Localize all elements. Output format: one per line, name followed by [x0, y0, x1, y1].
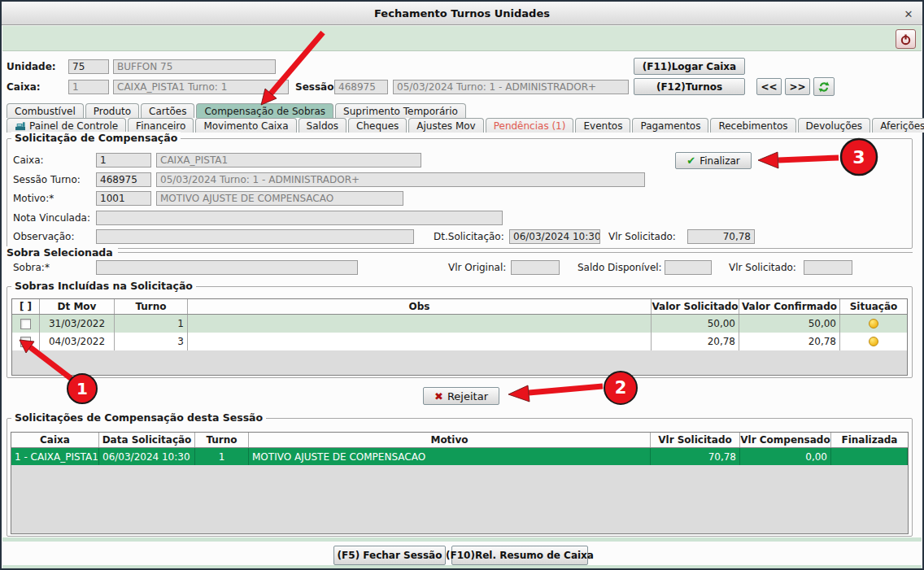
caixa-code-field[interactable]: 1 — [68, 80, 109, 94]
refresh-button[interactable] — [813, 77, 835, 96]
sobras-legend: Sobras Incluídas na Solicitação — [11, 280, 196, 292]
tab-pendencias[interactable]: Pendências (1) — [486, 118, 574, 133]
solicitacao-caixa-name-field[interactable]: CAIXA_PISTA1 — [156, 153, 421, 168]
sobras-table: [ ] Dt Mov Turno Obs Valor Solicitado Va… — [11, 298, 908, 376]
dt-solicitacao-label: Dt.Solicitação: — [434, 231, 504, 242]
solicitacao-caixa-label: Caixa: — [13, 154, 44, 166]
observacao-field[interactable] — [96, 229, 414, 244]
unidade-code-field[interactable]: 75 — [68, 59, 109, 74]
solicitacao-caixa-code-field[interactable]: 1 — [96, 153, 151, 168]
observacao-label: Observação: — [13, 231, 74, 242]
sessao-code-field[interactable]: 468975 — [334, 80, 388, 94]
sessao-turno-label: Sessão Turno: — [13, 174, 81, 185]
tab-movimento-caixa[interactable]: Movimento Caixa — [195, 118, 296, 133]
prev-session-button[interactable]: << — [756, 78, 782, 95]
sessao-label: Sessão: — [295, 81, 338, 93]
saldo-disponivel-label: Saldo Disponível: — [578, 262, 662, 273]
svg-text:1: 1 — [76, 379, 88, 398]
close-icon[interactable]: ✕ — [902, 7, 915, 20]
step1-badge: 1 — [68, 374, 97, 403]
row2-checkbox[interactable] — [20, 337, 31, 347]
tab-cartoes[interactable]: Cartões — [141, 103, 194, 118]
caixa-name-field[interactable]: CAIXA_PISTA1 Turno: 1 — [113, 80, 289, 94]
nota-vinculada-field[interactable] — [96, 211, 503, 225]
motivo-label: Motivo:* — [13, 193, 54, 204]
tab-recebimentos[interactable]: Recebimentos — [710, 118, 795, 133]
col-dt-mov: Dt Mov — [40, 299, 115, 314]
rejeitar-button[interactable]: ✖ Rejeitar — [423, 387, 499, 405]
motivo-code-field[interactable]: 1001 — [96, 191, 151, 206]
next-session-button[interactable]: >> — [785, 78, 810, 95]
vlr-solicitado-field[interactable]: 70,78 — [687, 229, 755, 244]
col-check: [ ] — [12, 299, 40, 314]
yellow-status-dot — [869, 319, 878, 329]
tab-combustivel[interactable]: Combustível — [7, 103, 84, 118]
sessao-table-empty-area — [11, 465, 908, 533]
power-icon — [900, 33, 912, 46]
tab-ajustes-mov[interactable]: Ajustes Mov — [408, 118, 483, 133]
tab-row-secondary: Painel de Controle Financeiro Movimento … — [7, 118, 924, 133]
tab-suprimento-temporario[interactable]: Suprimento Temporário — [335, 103, 466, 118]
window-title: Fechamento Turnos Unidades — [374, 7, 550, 20]
col-valor-confirmado: Valor Confirmado — [739, 299, 840, 314]
col2-data: Data Solicitação — [99, 433, 195, 447]
sobras-table-header: [ ] Dt Mov Turno Obs Valor Solicitado Va… — [12, 299, 907, 315]
turnos-button[interactable]: (F12)Turnos — [634, 78, 745, 95]
col2-motivo: Motivo — [249, 433, 651, 447]
sobras-row-1[interactable]: 31/03/2022 1 50,00 50,00 — [12, 315, 907, 333]
caixa-label: Caixa: — [7, 81, 41, 93]
tab-compensacao-de-sobras[interactable]: Compensação de Sobras — [196, 103, 333, 118]
dt-solicitacao-field[interactable]: 06/03/2024 10:30 — [509, 229, 600, 244]
footer-strip-bottom — [2, 565, 922, 568]
col2-vlr-compensado: Vlr Compensado — [740, 433, 831, 447]
tab-painel-de-controle[interactable]: Painel de Controle — [7, 118, 126, 133]
tab-row-main: Combustível Produto Cartões Compensação … — [7, 103, 468, 118]
tab-devolucoes[interactable]: Devoluções — [798, 118, 871, 133]
col-situacao: Situação — [840, 299, 907, 314]
sobra-field[interactable] — [96, 260, 358, 275]
vlr-solicitado-label: Vlr Solicitado: — [608, 231, 676, 242]
tab-eventos[interactable]: Eventos — [575, 118, 630, 133]
svg-text:2: 2 — [615, 378, 627, 398]
yellow-status-dot — [869, 337, 878, 346]
tab-afericoes-consumo[interactable]: Aferições/Consumo — [872, 118, 924, 133]
toolbar — [2, 25, 922, 51]
row1-checkbox[interactable] — [20, 319, 31, 329]
sobra-label: Sobra:* — [13, 262, 50, 273]
tab-produto[interactable]: Produto — [85, 103, 139, 118]
tab-saldos[interactable]: Saldos — [299, 118, 347, 133]
sobras-row-2[interactable]: 04/03/2022 3 20,78 20,78 — [12, 333, 907, 350]
power-button[interactable] — [896, 29, 916, 49]
tab-cheques[interactable]: Cheques — [348, 118, 407, 133]
logar-caixa-button[interactable]: (F11)Logar Caixa — [634, 58, 745, 75]
saldo-disponivel-field[interactable] — [665, 260, 712, 275]
col2-finalizada: Finalizada — [831, 433, 908, 447]
vlr-solicitado2-field[interactable] — [804, 260, 852, 275]
sessao-row-selected[interactable]: 1 - CAIXA_PISTA1 06/03/2024 10:30 1 MOTI… — [11, 448, 908, 465]
sessao-table-legend: Solicitações de Compensação desta Sessão — [11, 411, 266, 424]
title-bar: Fechamento Turnos Unidades ✕ — [2, 2, 922, 25]
footer-strip-top — [2, 537, 922, 542]
sessao-turno-code-field[interactable]: 468975 — [96, 172, 151, 187]
vlr-solicitado2-label: Vlr Solicitado: — [729, 262, 796, 273]
check-icon: ✔ — [686, 154, 695, 167]
col-turno: Turno — [115, 299, 188, 314]
motivo-desc-field[interactable]: MOTIVO AJUSTE DE COMPENSACAO — [156, 191, 403, 206]
fechar-sessao-button[interactable]: (F5) Fechar Sessão — [333, 546, 446, 565]
step2-arrow — [508, 385, 603, 402]
resumo-caixa-button[interactable]: (F10)Rel. Resumo de Caixa — [451, 546, 588, 565]
tab-pagamentos[interactable]: Pagamentos — [632, 118, 708, 133]
col2-caixa: Caixa — [11, 433, 99, 447]
sessao-turno-desc-field[interactable]: 05/03/2024 Turno: 1 - ADMINISTRADOR+ — [156, 172, 645, 187]
tab-financeiro[interactable]: Financeiro — [128, 118, 194, 133]
sessao-table: Caixa Data Solicitação Turno Motivo Vlr … — [11, 432, 909, 534]
col-valor-solicitado: Valor Solicitado — [652, 299, 739, 314]
sobras-table-empty-area — [12, 350, 907, 375]
vlr-original-field[interactable] — [511, 260, 560, 275]
sessao-table-header: Caixa Data Solicitação Turno Motivo Vlr … — [11, 433, 908, 448]
nota-vinculada-label: Nota Vinculada: — [13, 212, 90, 224]
unidade-name-field[interactable]: BUFFON 75 — [113, 59, 276, 74]
finalizar-button[interactable]: ✔ Finalizar — [675, 152, 752, 169]
cash-register-icon — [15, 121, 26, 131]
sessao-desc-field[interactable]: 05/03/2024 Turno: 1 - ADMINISTRADOR+ — [393, 80, 629, 94]
